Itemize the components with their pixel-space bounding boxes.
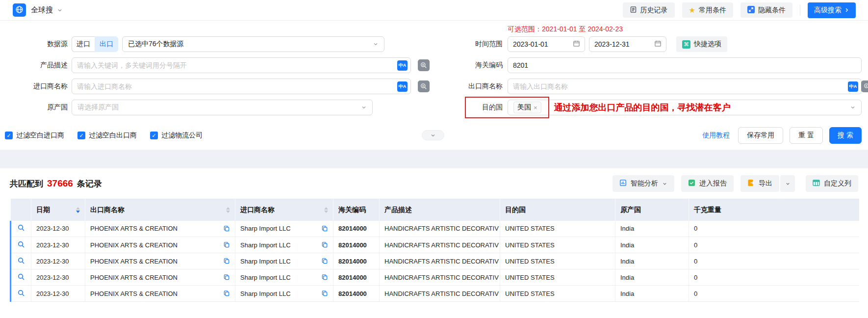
filter-search-icon[interactable] [861,80,868,92]
copy-icon[interactable] [219,241,230,248]
row-detail-magnifier-icon[interactable] [17,257,25,265]
copy-icon[interactable] [317,241,328,248]
origin-country-label: 原产国 [5,103,68,112]
header-hs-code: 海关编码 [333,199,380,221]
copy-icon[interactable] [219,225,230,232]
importer-name-field: 中A [72,79,411,94]
cell-weight: 0 [689,221,859,237]
custom-columns-button[interactable]: 自定义列 [806,175,858,192]
filter-blank-importer-checkbox[interactable]: ✓ 过滤空白进口商 [5,131,64,140]
calendar-icon [654,40,662,49]
export-options-button[interactable] [780,175,795,192]
table-row: 2023-12-30 PHOENIX ARTS & CREATION Sharp… [11,221,859,237]
dest-country-select[interactable]: 美国 × 通过添加您出口产品的目的国，寻找潜在客户 [508,100,862,115]
trade-type-toggle: 进口 出口 [72,36,118,52]
dest-country-tag[interactable]: 美国 × [513,102,541,113]
advanced-search-button[interactable]: 高级搜索 [808,2,856,18]
bi-analysis-icon [619,179,627,188]
section-divider [0,150,868,168]
quick-options-icon: ⌘ [682,40,690,49]
cell-weight: 0 [689,269,859,286]
cell-importer: Sharp Import LLC [235,237,333,253]
origin-country-select[interactable]: 请选择原产国 [72,100,373,115]
copy-icon[interactable] [317,258,328,265]
report-icon [688,179,695,188]
copy-icon[interactable] [317,225,328,232]
tutorial-link[interactable]: 使用教程 [702,131,730,140]
time-range-label: 时间范围 [434,40,503,49]
hide-conditions-button[interactable]: 隐藏条件 [740,2,792,18]
filter-search-icon[interactable] [418,80,430,92]
cell-hs-code: 82014000 [333,253,380,269]
cell-weight: 0 [689,286,859,302]
header-importer[interactable]: 进口商名称 [235,199,333,221]
cell-weight: 0 [689,237,859,253]
sort-icon[interactable] [222,207,230,213]
calendar-icon [573,40,580,49]
copy-icon[interactable] [317,290,328,297]
smart-analysis-button[interactable]: 智能分析 [613,175,674,192]
collapse-form-button[interactable] [422,130,444,140]
search-button[interactable]: 搜 索 [829,127,862,144]
remove-tag-icon[interactable]: × [534,104,537,111]
end-date-input[interactable]: 2023-12-31 [589,36,666,52]
translate-icon[interactable]: 中A [397,60,408,71]
header-product: 产品描述 [380,199,500,221]
sort-icon[interactable] [72,207,80,213]
row-detail-magnifier-icon[interactable] [17,289,25,297]
import-toggle-button[interactable]: 进口 [72,36,95,52]
header-date[interactable]: 日期 [31,199,85,221]
results-section: 共匹配到 37666 条记录 智能分析 进入报告 [0,168,868,302]
product-desc-input[interactable] [77,61,394,69]
quick-options-button[interactable]: ⌘ 快捷选项 [676,36,727,52]
checkbox-checked-icon: ✓ [5,132,13,139]
cell-destination: UNITED STATES [500,221,615,237]
row-detail-magnifier-icon[interactable] [17,273,25,281]
filter-search-icon[interactable] [418,59,430,71]
cell-hs-code: 82014000 [333,269,380,286]
history-button[interactable]: 历史记录 [623,2,675,18]
save-conditions-button[interactable]: 保存常用 [738,127,783,144]
copy-icon[interactable] [219,290,230,297]
export-toggle-button[interactable]: 出口 [95,36,118,52]
export-icon [747,179,755,188]
filter-blank-exporter-checkbox[interactable]: ✓ 过滤空白出口商 [77,131,137,140]
reset-button[interactable]: 重 置 [790,127,823,144]
enter-report-button[interactable]: 进入报告 [681,175,734,192]
translate-icon[interactable]: 中A [397,81,408,92]
sort-icon[interactable] [320,207,328,213]
translate-icon[interactable]: 中A [848,81,858,92]
table-row: 2023-12-30 PHOENIX ARTS & CREATION Sharp… [11,237,859,253]
hs-code-input[interactable] [513,61,858,69]
cell-hs-code: 82014000 [333,237,380,253]
copy-icon[interactable] [219,258,230,265]
dest-country-label: 目的国 [434,103,503,112]
cell-exporter: PHOENIX ARTS & CREATION [85,253,235,269]
cell-exporter: PHOENIX ARTS & CREATION [85,221,235,237]
favorite-conditions-button[interactable]: ★ 常用条件 [682,2,733,18]
filter-logistics-checkbox[interactable]: ✓ 过滤物流公司 [150,131,203,140]
cell-exporter: PHOENIX ARTS & CREATION [85,286,235,302]
cell-destination: UNITED STATES [500,253,615,269]
table-row: 2023-12-30 PHOENIX ARTS & CREATION Sharp… [11,269,859,286]
row-detail-magnifier-icon[interactable] [17,224,25,232]
row-detail-magnifier-icon[interactable] [17,240,25,248]
start-date-input[interactable]: 2023-01-01 [508,36,585,52]
checkbox-checked-icon: ✓ [150,132,158,139]
cell-origin: India [615,253,689,269]
divider [800,5,800,16]
header-exporter[interactable]: 出口商名称 [85,199,235,221]
data-source-select[interactable]: 已选中76个数据源 [122,36,384,52]
exporter-name-input[interactable] [513,82,845,90]
export-button[interactable]: 导出 [740,175,779,192]
cell-importer: Sharp Import LLC [235,286,333,302]
app-switch-chevron-icon[interactable] [57,7,63,13]
cell-origin: India [615,286,689,302]
chevron-right-icon [844,6,849,14]
copy-icon[interactable] [219,274,230,281]
columns-icon [813,179,820,188]
collapse-icon [747,6,755,15]
copy-icon[interactable] [317,274,328,281]
importer-name-input[interactable] [77,82,394,90]
cell-date: 2023-12-30 [31,237,85,253]
